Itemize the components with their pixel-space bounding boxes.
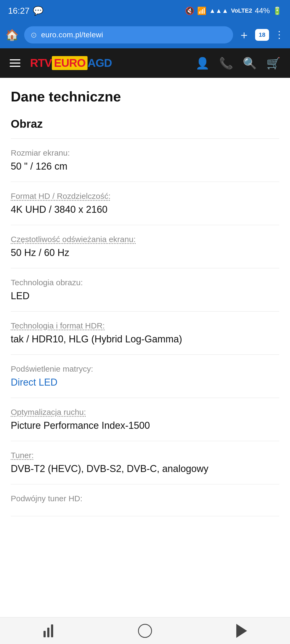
status-bar: 16:27 💬 🔇 📶 ▲▲▲ VoLTE2 44% 🔋 xyxy=(0,0,290,21)
spec-label-motion: Optymalizacja ruchu: xyxy=(11,408,279,417)
bottom-nav xyxy=(0,617,290,644)
spec-value-motion: Picture Performance Index-1500 xyxy=(11,420,279,431)
search-icon[interactable]: 🔍 xyxy=(243,57,257,70)
nav-back-button[interactable] xyxy=(220,620,263,642)
wifi-icon: 📶 xyxy=(197,6,206,15)
spec-item-refresh: Częstotliwość odświeżania ekranu: 50 Hz … xyxy=(11,225,279,268)
site-logo[interactable]: RTV EURO AGD xyxy=(30,56,112,70)
spec-label-tech: Technologia obrazu: xyxy=(11,278,279,287)
site-header: RTV EURO AGD 👤 📞 🔍 🛒 xyxy=(0,48,290,78)
cart-icon[interactable]: 🛒 xyxy=(266,57,280,70)
spec-value-hd: 4K UHD / 3840 x 2160 xyxy=(11,204,279,215)
home-circle-icon xyxy=(138,624,152,638)
spec-value-rozmiar: 50 " / 126 cm xyxy=(11,161,279,172)
nav-home-button[interactable] xyxy=(124,620,166,642)
spec-value-tech: LED xyxy=(11,290,279,302)
hamburger-menu-button[interactable] xyxy=(10,59,20,67)
page-title: Dane techniczne xyxy=(11,89,279,105)
browser-menu-button[interactable]: ⋮ xyxy=(274,29,285,41)
phone-icon[interactable]: 📞 xyxy=(219,57,233,70)
main-content: Dane techniczne Obraz Rozmiar ekranu: 50… xyxy=(0,78,290,516)
new-tab-button[interactable]: ＋ xyxy=(238,27,250,42)
spec-value-backlight[interactable]: Direct LED xyxy=(11,377,57,388)
spec-item-hd: Format HD / Rozdzielczość: 4K UHD / 3840… xyxy=(11,182,279,225)
spec-item-dual-tuner: Podwójny tuner HD: xyxy=(11,484,279,516)
spec-label-refresh: Częstotliwość odświeżania ekranu: xyxy=(11,235,279,244)
signal-icon: ▲▲▲ xyxy=(209,7,228,14)
spec-label-hd: Format HD / Rozdzielczość: xyxy=(11,192,279,201)
spec-label-rozmiar: Rozmiar ekranu: xyxy=(11,148,279,158)
spec-item-tech: Technologia obrazu: LED xyxy=(11,268,279,312)
header-icons: 👤 📞 🔍 🛒 xyxy=(195,57,280,70)
spec-label-hdr: Technologia i format HDR: xyxy=(11,321,279,330)
spec-label-backlight: Podświetlenie matrycy: xyxy=(11,364,279,374)
logo-agd: AGD xyxy=(88,57,112,69)
header-left: RTV EURO AGD xyxy=(10,56,112,70)
battery-icon: 🔋 xyxy=(273,6,282,15)
mute-icon: 🔇 xyxy=(185,6,194,15)
account-icon[interactable]: 👤 xyxy=(195,57,209,70)
back-chevron-icon xyxy=(236,624,247,638)
status-icons: 🔇 📶 ▲▲▲ VoLTE2 44% 🔋 xyxy=(185,6,282,15)
recent-icon xyxy=(44,624,53,637)
spec-value-tuner: DVB-T2 (HEVC), DVB-S2, DVB-C, analogowy xyxy=(11,463,279,474)
spec-item-rozmiar: Rozmiar ekranu: 50 " / 126 cm xyxy=(11,139,279,182)
lte-icon: VoLTE2 xyxy=(231,7,252,14)
spec-value-hdr: tak / HDR10, HLG (Hybrid Log-Gamma) xyxy=(11,334,279,345)
whatsapp-icon: 💬 xyxy=(33,6,44,16)
browser-bar: 🏠 ⊙ euro.com.pl/telewi ＋ 18 ⋮ xyxy=(0,21,290,48)
logo-rtv: RTV xyxy=(30,57,52,69)
logo-euro: EURO xyxy=(52,56,88,70)
spec-item-motion: Optymalizacja ruchu: Picture Performance… xyxy=(11,398,279,441)
url-text: euro.com.pl/telewi xyxy=(41,31,103,39)
battery-text: 44% xyxy=(255,6,270,15)
lock-icon: ⊙ xyxy=(31,31,37,39)
spec-label-tuner: Tuner: xyxy=(11,451,279,460)
tabs-count-badge[interactable]: 18 xyxy=(255,29,269,41)
status-time: 16:27 💬 xyxy=(8,6,44,16)
nav-recent-button[interactable] xyxy=(27,620,70,642)
spec-item-backlight: Podświetlenie matrycy: Direct LED xyxy=(11,355,279,398)
section-obraz: Obraz xyxy=(11,118,279,130)
spec-item-tuner: Tuner: DVB-T2 (HEVC), DVB-S2, DVB-C, ana… xyxy=(11,441,279,484)
url-bar[interactable]: ⊙ euro.com.pl/telewi xyxy=(24,26,233,43)
spec-label-dual-tuner: Podwójny tuner HD: xyxy=(11,494,279,503)
spec-item-hdr: Technologia i format HDR: tak / HDR10, H… xyxy=(11,312,279,355)
clock: 16:27 xyxy=(8,6,30,16)
home-icon[interactable]: 🏠 xyxy=(5,29,19,41)
spec-value-refresh: 50 Hz / 60 Hz xyxy=(11,247,279,258)
